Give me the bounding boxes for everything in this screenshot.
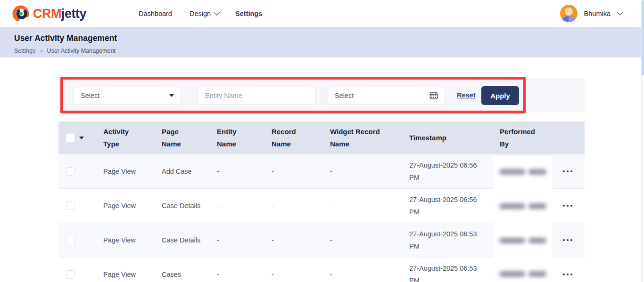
select-all-caret-icon[interactable] <box>79 137 84 139</box>
select-all-checkbox[interactable] <box>66 134 74 142</box>
cell-page-name: Case Details <box>162 236 217 244</box>
cell-widget-record-name: - <box>330 236 409 244</box>
caret-down-icon <box>169 94 174 97</box>
breadcrumb: Settings > User Activity Management <box>14 48 116 54</box>
cell-timestamp: 27-August-2025 06:56PM <box>409 159 500 184</box>
col-timestamp: Timestamp <box>409 132 500 144</box>
chevron-down-icon <box>617 9 623 16</box>
row-checkbox[interactable] <box>66 236 74 244</box>
cell-record-name: - <box>272 271 330 278</box>
apply-button[interactable]: Apply <box>481 86 519 105</box>
activity-type-select[interactable]: Select <box>74 87 181 105</box>
cell-widget-record-name: - <box>330 202 409 209</box>
page-header-band: User Activity Management Settings > User… <box>0 27 641 57</box>
row-checkbox[interactable] <box>66 167 74 176</box>
row-checkbox[interactable] <box>66 270 74 279</box>
cell-activity-type: Page View <box>103 236 162 244</box>
blurred-name <box>499 203 546 209</box>
cell-entity-name: - <box>217 271 272 278</box>
cell-page-name: Cases <box>162 271 217 278</box>
breadcrumb-current: User Activity Management <box>47 48 116 54</box>
cell-activity-type: Page View <box>103 271 162 278</box>
row-more-actions-button[interactable] <box>553 205 585 207</box>
row-more-actions-button[interactable] <box>553 239 585 241</box>
entity-name-field <box>198 87 316 105</box>
scrollbar-thumb[interactable] <box>642 0 644 75</box>
col-performed-by: PerformedBy <box>500 126 553 150</box>
breadcrumb-separator: > <box>40 48 42 54</box>
page: CRMjetty Dashboard Design Settings Bhumi… <box>0 0 644 282</box>
nav-design-label: Design <box>190 10 211 17</box>
cell-activity-type: Page View <box>103 202 162 209</box>
date-select-value: Select <box>335 92 354 99</box>
activity-type-select-value: Select <box>81 92 99 99</box>
col-page-name: PageName <box>162 126 217 150</box>
col-activity-type: ActivityType <box>103 126 162 150</box>
nav-dashboard[interactable]: Dashboard <box>139 10 172 17</box>
cell-record-name: - <box>272 236 330 244</box>
col-record-name: RecordName <box>272 126 330 150</box>
blurred-name <box>499 271 546 277</box>
date-select[interactable]: Select <box>328 87 445 105</box>
scrollbar-track[interactable] <box>641 0 644 282</box>
page-title: User Activity Management <box>14 33 117 43</box>
entity-name-input[interactable] <box>205 92 309 99</box>
crmjetty-logo-icon <box>12 4 31 23</box>
cell-record-name: - <box>272 202 330 209</box>
cell-record-name: - <box>272 168 330 175</box>
breadcrumb-settings[interactable]: Settings <box>14 48 35 54</box>
col-entity-name: EntityName <box>217 126 272 150</box>
row-more-actions-button[interactable] <box>553 274 585 275</box>
crmjetty-logo[interactable]: CRMjetty <box>12 4 86 23</box>
cell-timestamp: 27-August-2025 06:56PM <box>409 193 500 218</box>
cell-entity-name: - <box>217 168 272 175</box>
table-header-row: ActivityType PageName EntityName RecordN… <box>58 121 585 154</box>
cell-page-name: Add Case <box>162 168 217 175</box>
col-widget-record-name: Widget RecordName <box>330 126 409 150</box>
nav-settings[interactable]: Settings <box>235 10 262 17</box>
user-name: Bhumika <box>584 10 611 17</box>
logo-wordmark: CRMjetty <box>33 7 86 21</box>
cell-activity-type: Page View <box>103 168 162 175</box>
main-nav: Dashboard Design Settings <box>139 0 262 27</box>
nav-design[interactable]: Design <box>190 10 218 17</box>
row-checkbox[interactable] <box>66 201 74 210</box>
user-menu[interactable]: Bhumika <box>560 5 621 22</box>
blurred-name <box>499 238 546 243</box>
user-avatar <box>560 5 578 22</box>
cell-entity-name: - <box>217 236 272 244</box>
reset-link[interactable]: Reset <box>457 91 476 99</box>
calendar-icon <box>429 91 438 100</box>
cell-widget-record-name: - <box>330 271 409 278</box>
blurred-name <box>499 169 546 175</box>
chevron-down-icon <box>214 9 220 16</box>
cell-page-name: Case Details <box>162 202 217 209</box>
top-navbar: CRMjetty Dashboard Design Settings Bhumi… <box>0 0 644 27</box>
row-more-actions-button[interactable] <box>553 170 585 172</box>
cell-widget-record-name: - <box>330 168 409 175</box>
cell-timestamp: 27-August-2025 06:53PM <box>409 228 500 252</box>
cell-entity-name: - <box>217 202 272 209</box>
cell-timestamp: 27-August-2025 06:53PM <box>409 262 500 282</box>
performed-by-redaction-overlay <box>494 156 553 282</box>
